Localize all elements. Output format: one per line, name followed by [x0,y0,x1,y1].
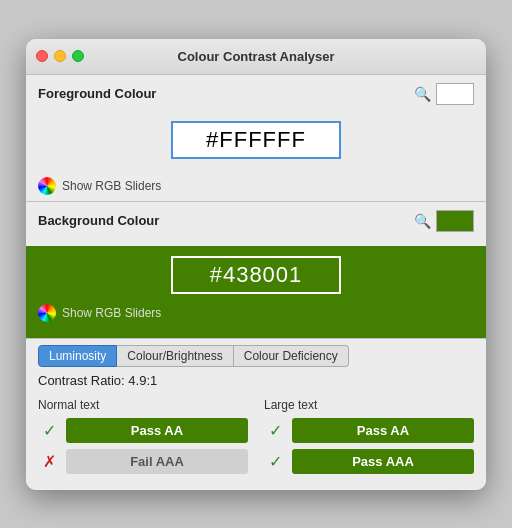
foreground-rgb-row: Show RGB Sliders [26,173,486,201]
normal-fail-aaa-button[interactable]: Fail AAA [66,449,248,474]
foreground-controls: 🔍 [412,83,474,105]
foreground-hex-input[interactable] [171,121,341,159]
background-header: Background Colour 🔍 [38,210,474,232]
results-row: Normal text ✓ Pass AA ✗ Fail AAA Large t… [26,392,486,490]
large-text-title: Large text [264,398,474,412]
background-controls: 🔍 [412,210,474,232]
background-search-icon[interactable]: 🔍 [412,211,432,231]
background-swatch[interactable] [436,210,474,232]
background-color-area: Show RGB Sliders [26,246,486,338]
large-pass-aa-row: ✓ Pass AA [264,418,474,443]
maximize-button[interactable] [72,50,84,62]
large-text-col: Large text ✓ Pass AA ✓ Pass AAA [264,398,474,480]
main-window: Colour Contrast Analyser Foreground Colo… [26,39,486,490]
minimize-button[interactable] [54,50,66,62]
tabs-row: Luminosity Colour/Brightness Colour Defi… [26,339,486,369]
contrast-ratio-row: Contrast Ratio: 4.9:1 [26,369,486,392]
foreground-rgb-label[interactable]: Show RGB Sliders [62,179,161,193]
normal-text-title: Normal text [38,398,248,412]
normal-pass-aa-icon: ✓ [38,419,60,441]
window-title: Colour Contrast Analyser [178,49,335,64]
normal-fail-aaa-icon: ✗ [38,450,60,472]
traffic-lights [36,50,84,62]
normal-pass-aa-button[interactable]: Pass AA [66,418,248,443]
foreground-rgb-globe-icon [38,177,56,195]
background-hex-input[interactable] [171,256,341,294]
foreground-swatch[interactable] [436,83,474,105]
background-rgb-globe-icon [38,304,56,322]
contrast-label: Contrast Ratio: [38,373,125,388]
normal-pass-aa-row: ✓ Pass AA [38,418,248,443]
normal-fail-aaa-row: ✗ Fail AAA [38,449,248,474]
large-pass-aa-button[interactable]: Pass AA [292,418,474,443]
foreground-header: Foreground Colour 🔍 [38,83,474,105]
foreground-search-icon[interactable]: 🔍 [412,84,432,104]
foreground-input-area [38,111,474,165]
background-label: Background Colour [38,213,159,228]
background-header-section: Background Colour 🔍 [26,202,486,246]
background-rgb-row: Show RGB Sliders [26,300,486,328]
tab-luminosity[interactable]: Luminosity [38,345,117,367]
foreground-section: Foreground Colour 🔍 [26,75,486,173]
titlebar: Colour Contrast Analyser [26,39,486,75]
close-button[interactable] [36,50,48,62]
normal-text-col: Normal text ✓ Pass AA ✗ Fail AAA [38,398,248,480]
background-rgb-label[interactable]: Show RGB Sliders [62,306,161,320]
large-pass-aa-icon: ✓ [264,419,286,441]
background-input-area [26,246,486,300]
contrast-value: 4.9:1 [128,373,157,388]
large-pass-aaa-button[interactable]: Pass AAA [292,449,474,474]
foreground-label: Foreground Colour [38,86,156,101]
tab-colour-brightness[interactable]: Colour/Brightness [117,345,233,367]
large-pass-aaa-row: ✓ Pass AAA [264,449,474,474]
large-pass-aaa-icon: ✓ [264,450,286,472]
tab-colour-deficiency[interactable]: Colour Deficiency [234,345,349,367]
